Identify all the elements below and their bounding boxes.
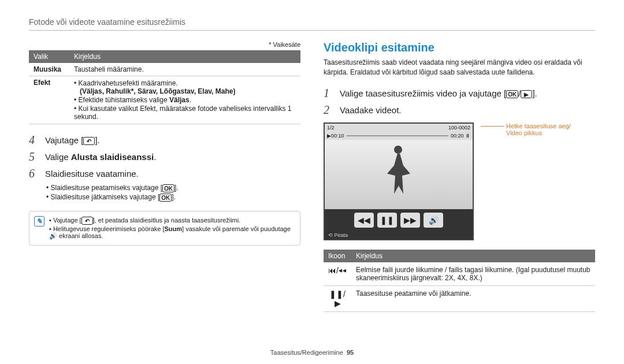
rstep-2-num: 2 <box>324 103 334 117</box>
row-effect-label: Efekt <box>29 76 69 124</box>
page-header-title: Fotode või videote vaatamine esitusrežii… <box>29 17 595 31</box>
step-6-text: Slaidiesituse vaatamine. <box>45 167 139 180</box>
right-column: Videoklipi esitamine Taasesitusrežiimis … <box>324 41 595 312</box>
play-icon: ▶ <box>521 90 532 98</box>
video-section-title: Videoklipi esitamine <box>324 41 595 54</box>
options-table: Valik Kirjeldus Muusika Taustaheli määra… <box>29 50 300 124</box>
th-icon: Ikoon <box>324 250 351 262</box>
ok-icon: OK <box>159 194 172 202</box>
step-5-num: 5 <box>29 150 39 164</box>
th-desc2: Kirjeldus <box>351 250 595 262</box>
default-setting-note: * Vaikesäte <box>29 41 300 48</box>
icon-table: Ikoon Kirjeldus ⏮/◀◀ Eelmise faili juurd… <box>324 250 595 312</box>
icon-prev-rewind: ⏮/◀◀ <box>324 262 351 286</box>
icon-pause-play: ❚❚/▶ <box>324 285 351 311</box>
rewind-button[interactable]: ◀◀ <box>354 213 374 228</box>
row-effect-desc: Kaadrivahetusefekti määramine. (Väljas, … <box>69 76 300 124</box>
th-description: Kirjeldus <box>69 50 300 63</box>
video-screen: 1/2 100-0002 ▶00:10 00:20 ⏸ ◀◀ ❚❚ ▶▶ 🔊 <box>324 122 474 240</box>
back-icon: ↶ <box>83 137 95 145</box>
back-icon: ↶ <box>81 217 93 225</box>
step-5-text: Valige Alusta slaidiseanssi. <box>45 150 156 164</box>
page-footer: Taasesitus/Redigeerimine 95 <box>0 349 624 356</box>
video-controls: ◀◀ ❚❚ ▶▶ 🔊 <box>325 209 473 231</box>
progress-bar <box>347 135 448 139</box>
left-column: * Vaikesäte Valik Kirjeldus Muusika Taus… <box>29 41 300 312</box>
effect-b1: Kaadrivahetusefekti määramine. <box>79 79 178 87</box>
speaker-icon: 🔊 <box>49 232 57 239</box>
ok-icon: OK <box>162 184 174 192</box>
desc-prev-rewind: Eelmise faili juurde liikumine / failis … <box>351 262 595 286</box>
video-section-para: Taasesitusrežiimis saab videot vaadata n… <box>324 58 595 77</box>
two-column-layout: * Vaikesäte Valik Kirjeldus Muusika Taus… <box>29 41 595 312</box>
step-6-sub: Slaidiesituse peatamiseks vajutage [OK].… <box>46 184 300 202</box>
video-filecode: 100-0002 <box>448 125 470 131</box>
volume-button[interactable]: 🔊 <box>424 213 443 228</box>
ok-icon: OK <box>506 90 518 98</box>
effect-b3: Kui kasutate valikut Efekt, määratakse f… <box>74 105 296 121</box>
step-4-text: Vajutage [↶]. <box>45 133 100 147</box>
th-option: Valik <box>29 50 69 63</box>
dancer-silhouette <box>387 146 410 203</box>
step-4-num: 4 <box>29 133 39 147</box>
right-steps: 1 Valige taasesitusrežiimis video ja vaj… <box>324 87 595 117</box>
note-icon: ✎ <box>34 216 44 226</box>
left-steps: 4 Vajutage [↶]. 5 Valige Alusta slaidise… <box>29 133 300 202</box>
rstep-1-num: 1 <box>324 87 334 100</box>
video-time-total: 00:20 ⏸ <box>451 133 470 139</box>
info-line-1: Vajutage [↶], et peatada slaidiesitlus j… <box>49 217 295 225</box>
video-counter: 1/2 <box>327 125 335 131</box>
footer-back-icon: ⟲ <box>328 232 333 238</box>
info-line-2: Helitugevuse reguleerimiseks pöörake [Su… <box>49 225 295 240</box>
video-callout: Hetke taasesituse aeg/ Video pikkus <box>481 122 571 136</box>
row-music-label: Muusika <box>29 63 69 76</box>
row-music-desc: Taustaheli määramine. <box>69 63 300 76</box>
video-time-current: ▶00:10 <box>327 133 344 139</box>
video-body <box>325 140 473 209</box>
pause-button[interactable]: ❚❚ <box>377 213 397 228</box>
effect-b2c: . <box>190 96 191 104</box>
rstep-2-text: Vaadake videot. <box>340 103 401 117</box>
effect-b1-options: (Väljas, Rahulik*, Särav, Lõõgastav, Ela… <box>80 87 235 95</box>
effect-b2a: Efektide tühistamiseks valige <box>79 96 169 104</box>
footer-text: Peata <box>335 232 348 238</box>
video-footer: ⟲ Peata <box>325 231 473 239</box>
video-preview-area: 1/2 100-0002 ▶00:10 00:20 ⏸ ◀◀ ❚❚ ▶▶ 🔊 <box>324 122 595 240</box>
step-6-num: 6 <box>29 167 39 180</box>
forward-button[interactable]: ▶▶ <box>400 213 420 228</box>
desc-pause-play: Taasesituse peatamine või jätkamine. <box>351 285 595 311</box>
rstep-1-text: Valige taasesitusrežiimis video ja vajut… <box>340 87 537 100</box>
info-box: ✎ Vajutage [↶], et peatada slaidiesitlus… <box>29 211 300 246</box>
effect-b2b: Väljas <box>169 96 190 104</box>
